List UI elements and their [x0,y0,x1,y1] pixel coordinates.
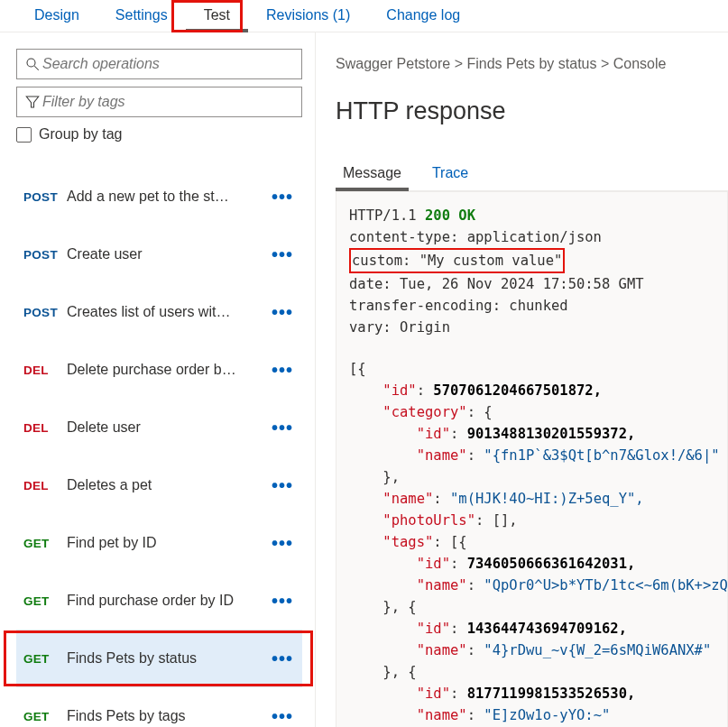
response-body: [{ "id": 5707061204667501872, "category"… [349,358,714,726]
operation-row[interactable]: GETFinds Pets by tags••• [16,687,302,727]
svg-line-1 [34,66,39,70]
breadcrumb: Swagger Petstore > Finds Pets by status … [336,56,728,72]
http-method-badge: GET [23,537,67,550]
operation-row[interactable]: GETFind purchase order by ID••• [16,572,302,630]
more-icon[interactable]: ••• [263,533,302,554]
http-method-badge: POST [23,306,67,319]
operation-name: Delete purchase order b… [67,362,263,378]
operation-name: Delete user [67,419,263,436]
operation-name: Finds Pets by status [67,650,263,667]
operation-row[interactable]: POSTCreates list of users wit…••• [16,283,302,341]
operation-name: Deletes a pet [67,477,263,493]
operation-row[interactable]: POSTAdd a new pet to the st…••• [16,168,302,225]
http-method-badge: DEL [23,421,67,435]
status-code: 200 OK [425,207,475,224]
more-icon[interactable]: ••• [263,302,302,323]
http-method-badge: POST [23,248,67,262]
operations-panel: Group by tag POSTAdd a new pet to the st… [0,32,316,727]
more-icon[interactable]: ••• [263,360,302,381]
header-vary: vary: Origin [349,317,714,338]
http-method-badge: GET [23,594,67,608]
more-icon[interactable]: ••• [263,418,302,438]
top-tabs: Design Settings Test Revisions (1) Chang… [0,0,728,32]
svg-point-0 [27,59,35,67]
subtab-trace[interactable]: Trace [429,160,472,190]
http-method-badge: DEL [23,479,67,492]
more-icon[interactable]: ••• [263,187,302,207]
header-transfer-encoding: transfer-encoding: chunked [349,295,714,317]
http-method-badge: GET [23,710,67,723]
http-method-badge: GET [23,652,67,666]
http-method-badge: POST [23,190,67,204]
operation-name: Creates list of users wit… [67,304,263,320]
response-subtabs: Message Trace [336,160,728,191]
operations-list: POSTAdd a new pet to the st…•••POSTCreat… [16,168,302,727]
more-icon[interactable]: ••• [263,475,302,496]
http-method-badge: DEL [23,364,67,377]
more-icon[interactable]: ••• [263,244,302,265]
header-content-type: content-type: application/json [349,226,714,248]
highlight-custom-header: custom: "My custom value" [349,248,565,273]
operation-name: Add a new pet to the st… [67,189,263,205]
operation-row[interactable]: DELDeletes a pet••• [16,456,302,514]
tab-test[interactable]: Test [186,4,248,32]
search-icon [24,56,41,72]
operation-row[interactable]: DELDelete purchase order b…••• [16,341,302,399]
group-by-tag-row[interactable]: Group by tag [16,126,302,143]
group-by-tag-label: Group by tag [39,126,123,143]
search-operations[interactable] [16,49,302,79]
header-date: date: Tue, 26 Nov 2024 17:50:58 GMT [349,273,714,295]
filter-icon [24,94,41,110]
operation-name: Find purchase order by ID [67,593,263,609]
operation-row[interactable]: GETFinds Pets by status••• [16,630,302,687]
operation-name: Create user [67,246,263,262]
operation-row[interactable]: GETFind pet by ID••• [16,514,302,572]
subtab-message[interactable]: Message [339,160,405,190]
page-title: HTTP response [336,97,728,125]
response-headers: HTTP/1.1 200 OK content-type: applicatio… [336,191,728,727]
tab-changelog[interactable]: Change log [368,4,478,32]
tab-design[interactable]: Design [16,4,97,32]
operation-row[interactable]: POSTCreate user••• [16,225,302,283]
more-icon[interactable]: ••• [263,591,302,612]
more-icon[interactable]: ••• [263,706,302,727]
operation-name: Find pet by ID [67,535,263,551]
tab-revisions[interactable]: Revisions (1) [248,4,368,32]
filter-by-tags[interactable] [16,87,302,117]
svg-marker-2 [26,97,39,107]
group-by-tag-checkbox[interactable] [16,127,32,143]
operation-name: Finds Pets by tags [67,708,263,724]
more-icon[interactable]: ••• [263,649,302,669]
tab-settings[interactable]: Settings [97,4,186,32]
filter-input[interactable] [41,93,294,111]
response-panel: Swagger Petstore > Finds Pets by status … [316,32,728,727]
search-input[interactable] [41,55,294,73]
operation-row[interactable]: DELDelete user••• [16,399,302,456]
